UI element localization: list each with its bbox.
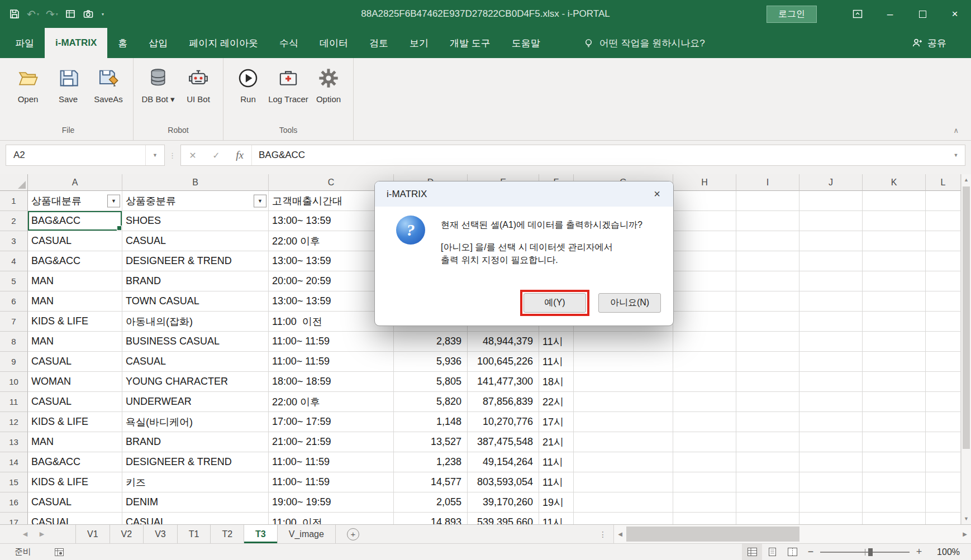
cell-G10[interactable] — [574, 372, 673, 392]
cell-A16[interactable]: CASUAL — [28, 492, 122, 513]
cell-K10[interactable] — [863, 372, 926, 392]
cell-A14[interactable]: BAG&ACC — [28, 452, 122, 472]
cell-B15[interactable]: 키즈 — [122, 472, 269, 492]
cell-I5[interactable] — [736, 271, 799, 291]
sheet-tab-v3[interactable]: V3 — [144, 525, 178, 543]
cell-I15[interactable] — [736, 472, 799, 492]
cell-E11[interactable]: 87,856,839 — [468, 392, 539, 412]
cell-E13[interactable]: 387,475,548 — [468, 432, 539, 452]
ribbon-tab-file[interactable]: 파일 — [4, 28, 45, 58]
cell-F9[interactable]: 11시 — [539, 352, 574, 372]
cell-H10[interactable] — [673, 372, 736, 392]
cell-L7[interactable] — [926, 312, 961, 332]
ribbon-button-log-tracer[interactable]: Log Tracer — [268, 64, 308, 104]
cell-H1[interactable] — [673, 191, 736, 211]
zoom-slider[interactable] — [820, 544, 910, 560]
cell-E10[interactable]: 141,477,300 — [468, 372, 539, 392]
cell-J14[interactable] — [799, 452, 863, 472]
cell-J7[interactable] — [799, 312, 863, 332]
cell-B1[interactable]: 상품중분류▼ — [122, 191, 269, 211]
macro-record-button[interactable] — [55, 548, 64, 556]
cell-F15[interactable]: 11시 — [539, 472, 574, 492]
dialog-close-button[interactable]: × — [641, 181, 673, 207]
cell-A3[interactable]: CASUAL — [28, 231, 122, 251]
cell-L2[interactable] — [926, 211, 961, 231]
cell-J2[interactable] — [799, 211, 863, 231]
row-header-8[interactable]: 8 — [0, 332, 28, 352]
cell-F10[interactable]: 18시 — [539, 372, 574, 392]
row-header-13[interactable]: 13 — [0, 432, 28, 452]
ribbon-button-save-as[interactable]: SaveAs — [88, 64, 128, 104]
cell-G17[interactable] — [574, 513, 673, 524]
sheet-tab-splitter[interactable]: ⋮ — [592, 525, 613, 543]
row-header-17[interactable]: 17 — [0, 513, 28, 524]
cell-B4[interactable]: DESIGNEER & TREND — [122, 251, 269, 271]
qat-save-button[interactable] — [9, 6, 20, 22]
cell-D14[interactable]: 1,238 — [394, 452, 468, 472]
sheet-tab-t2[interactable]: T2 — [211, 525, 244, 543]
cell-K4[interactable] — [863, 251, 926, 271]
sheet-nav-prev-button[interactable]: ◀ — [17, 525, 34, 543]
cell-F11[interactable]: 22시 — [539, 392, 574, 412]
sheet-tab-t3[interactable]: T3 — [244, 525, 278, 543]
cell-L6[interactable] — [926, 291, 961, 312]
horizontal-scroll-track[interactable] — [626, 525, 959, 543]
row-header-9[interactable]: 9 — [0, 352, 28, 372]
cell-C11[interactable]: 22:00 이후 — [269, 392, 394, 412]
select-all-corner[interactable] — [0, 174, 28, 191]
cell-K6[interactable] — [863, 291, 926, 312]
cell-B2[interactable]: SHOES — [122, 211, 269, 231]
cell-J17[interactable] — [799, 513, 863, 524]
sheet-tab-v2[interactable]: V2 — [110, 525, 144, 543]
cell-C16[interactable]: 19:00~ 19:59 — [269, 492, 394, 513]
ribbon-button-run[interactable]: Run — [228, 64, 268, 104]
row-header-3[interactable]: 3 — [0, 231, 28, 251]
cell-I1[interactable] — [736, 191, 799, 211]
undo-button[interactable]: ↶▾ — [27, 6, 39, 22]
cell-D11[interactable]: 5,820 — [394, 392, 468, 412]
horizontal-scrollbar[interactable]: ◀ ▶ — [613, 525, 971, 543]
camera-button[interactable] — [83, 6, 94, 22]
cell-B9[interactable]: CASUAL — [122, 352, 269, 372]
ribbon-tab-developer[interactable]: 개발 도구 — [439, 28, 501, 58]
cell-K14[interactable] — [863, 452, 926, 472]
cell-B10[interactable]: YOUNG CHARACTER — [122, 372, 269, 392]
collapse-ribbon-button[interactable]: ∧ — [953, 126, 959, 135]
formula-input[interactable]: BAG&ACC — [252, 150, 947, 161]
cell-B12[interactable]: 욕실(바디케어) — [122, 412, 269, 432]
cell-A13[interactable]: MAN — [28, 432, 122, 452]
cell-K15[interactable] — [863, 472, 926, 492]
cell-A15[interactable]: KIDS & LIFE — [28, 472, 122, 492]
row-header-10[interactable]: 10 — [0, 372, 28, 392]
cell-B7[interactable]: 아동내의(잡화) — [122, 312, 269, 332]
cell-L8[interactable] — [926, 332, 961, 352]
cell-J3[interactable] — [799, 231, 863, 251]
cell-L14[interactable] — [926, 452, 961, 472]
cell-H13[interactable] — [673, 432, 736, 452]
row-header-4[interactable]: 4 — [0, 251, 28, 271]
cell-K9[interactable] — [863, 352, 926, 372]
cell-J9[interactable] — [799, 352, 863, 372]
cell-D15[interactable]: 14,577 — [394, 472, 468, 492]
cell-A12[interactable]: KIDS & LIFE — [28, 412, 122, 432]
vertical-scroll-thumb[interactable] — [963, 186, 970, 449]
page-layout-view-button[interactable] — [762, 544, 782, 560]
vertical-scroll-track[interactable] — [962, 185, 971, 513]
cell-I10[interactable] — [736, 372, 799, 392]
cell-I16[interactable] — [736, 492, 799, 513]
cell-A5[interactable]: MAN — [28, 271, 122, 291]
cell-H11[interactable] — [673, 392, 736, 412]
cell-I7[interactable] — [736, 312, 799, 332]
cell-J8[interactable] — [799, 332, 863, 352]
ribbon-tab-formulas[interactable]: 수식 — [269, 28, 309, 58]
scroll-left-button[interactable]: ◀ — [614, 531, 626, 537]
cell-C17[interactable]: 11:00 이전 — [269, 513, 394, 524]
cell-I3[interactable] — [736, 231, 799, 251]
cell-D16[interactable]: 2,055 — [394, 492, 468, 513]
cell-H16[interactable] — [673, 492, 736, 513]
cell-G13[interactable] — [574, 432, 673, 452]
ribbon-button-open[interactable]: Open — [8, 64, 48, 104]
cell-B6[interactable]: TOWN CASUAL — [122, 291, 269, 312]
cell-I6[interactable] — [736, 291, 799, 312]
ribbon-tab-view[interactable]: 보기 — [399, 28, 439, 58]
